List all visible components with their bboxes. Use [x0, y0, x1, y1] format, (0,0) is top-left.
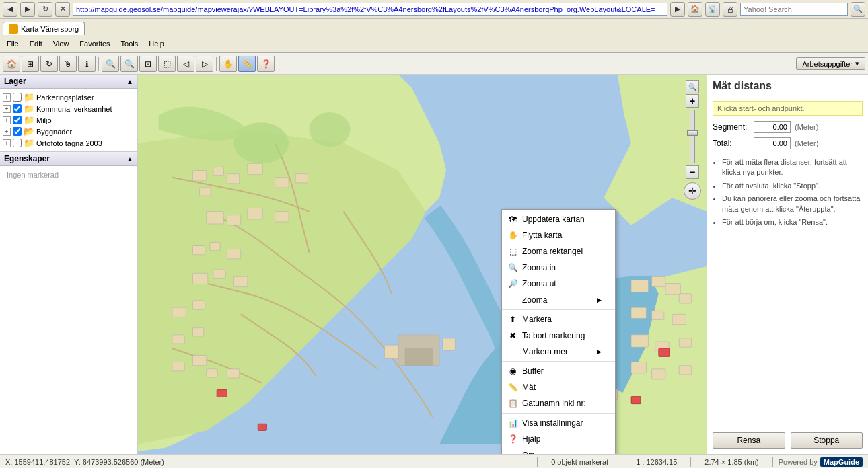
layers-title: Lager	[4, 77, 26, 86]
ctx-markera-mer[interactable]: Markera mer ▶	[502, 344, 615, 360]
left-panel: Lager ▲ + 📁 Parkeringsplatser + 📁	[0, 75, 138, 454]
ctx-mat[interactable]: 📏 Mät	[502, 379, 615, 395]
forward-button[interactable]: ▶	[20, 2, 35, 17]
svg-rect-6	[275, 178, 289, 188]
search-go-button[interactable]: 🔍	[851, 2, 865, 17]
rensa-button[interactable]: Rensa	[713, 432, 785, 448]
list-item: + 📁 Parkeringsplatser	[3, 91, 135, 103]
print-button[interactable]: 🖨	[723, 2, 737, 17]
favicon	[9, 24, 18, 34]
properties-header[interactable]: Egenskaper ▲	[0, 152, 137, 166]
ctx-zooma-in[interactable]: 🔍 Zooma in	[502, 260, 615, 276]
context-menu[interactable]: 🗺 Uppdatera kartan ✋ Flytta karta ⬚ Zoom…	[501, 209, 616, 454]
properties-collapse-icon[interactable]: ▲	[126, 155, 133, 163]
layer-expand-btn[interactable]: +	[3, 128, 11, 136]
arbetsuppgifter-button[interactable]: Arbetsuppgifter ▾	[796, 57, 865, 70]
pan-control-button[interactable]: ✛	[684, 182, 701, 200]
ctx-ta-bort[interactable]: ✖ Ta bort markering	[502, 327, 615, 344]
layer-checkbox-parkeringsplatser[interactable]	[13, 93, 22, 102]
layer-label: Ortofoto tagna 2003	[36, 139, 102, 147]
properties-content: Ingen markerad	[0, 166, 137, 184]
zoom-in-button[interactable]: +	[686, 94, 699, 108]
svg-rect-39	[679, 338, 691, 347]
ctx-uppdatera-kartan[interactable]: 🗺 Uppdatera kartan	[502, 211, 615, 227]
ctx-separator-3	[502, 413, 615, 414]
feeds-button[interactable]: 📡	[705, 2, 720, 17]
menu-view[interactable]: View	[49, 38, 73, 49]
layer-expand-btn[interactable]: +	[3, 93, 11, 102]
browser-tab[interactable]: Karta Vänersborg	[3, 22, 85, 35]
go-button[interactable]: ▶	[670, 2, 685, 17]
search-bar[interactable]	[740, 3, 848, 16]
zoom-extent-tool[interactable]: ⊡	[139, 56, 157, 72]
info-button[interactable]: ℹ	[78, 56, 96, 72]
instruction-1: För att mäta flera distanser, fortsätt a…	[722, 157, 863, 178]
total-label: Total:	[713, 139, 750, 148]
list-item: + 📁 Kommunal verksamhet	[3, 103, 135, 114]
stoppa-button[interactable]: Stoppa	[791, 432, 863, 448]
ctx-buffer[interactable]: ◉ Buffer	[502, 363, 615, 379]
svg-rect-4	[248, 163, 262, 174]
svg-rect-11	[275, 212, 289, 222]
layer-checkbox-byggnader[interactable]	[13, 127, 22, 136]
ctx-flytta-karta[interactable]: ✋ Flytta karta	[502, 227, 615, 243]
layer-checkbox-kommunal[interactable]	[13, 104, 22, 113]
pan-tool[interactable]: ✋	[219, 56, 237, 72]
total-value: 0.00	[754, 137, 791, 149]
zoom-next-tool[interactable]: ▷	[196, 56, 213, 72]
menu-favorites[interactable]: Favorites	[75, 38, 114, 49]
help-tool[interactable]: ❓	[257, 56, 275, 72]
zoom-out-button[interactable]: −	[686, 165, 699, 179]
measure-tool[interactable]: 📏	[238, 56, 256, 72]
svg-rect-33	[679, 294, 691, 303]
menu-file[interactable]: File	[3, 38, 23, 49]
ctx-markera[interactable]: ⬆ Markera	[502, 311, 615, 327]
instructions-list: För att mäta flera distanser, fortsätt a…	[713, 157, 863, 227]
select-button[interactable]: 🖱	[59, 56, 77, 72]
menu-help[interactable]: Help	[145, 38, 168, 49]
zoom-in-tool[interactable]: 🔍	[102, 56, 119, 72]
measure-panel-title: Mät distans	[713, 80, 863, 95]
menu-tools[interactable]: Tools	[117, 38, 143, 49]
back-button[interactable]: ◀	[3, 2, 17, 17]
layers-collapse-icon[interactable]: ▲	[126, 78, 133, 85]
map-area[interactable]: 🗺 Uppdatera kartan ✋ Flytta karta ⬚ Zoom…	[138, 75, 707, 454]
ctx-flytta-icon: ✋	[507, 230, 518, 241]
ctx-mat-icon: 📏	[507, 382, 518, 393]
zoom-rect-tool[interactable]: ⬚	[158, 56, 176, 72]
zoom-prev-tool[interactable]: ◁	[177, 56, 194, 72]
home-button[interactable]: 🏠	[688, 2, 702, 17]
ctx-zooma-sub[interactable]: Zooma ▶	[502, 292, 615, 308]
zoom-slider-thumb[interactable]	[687, 130, 698, 136]
home-tool-button[interactable]: 🏠	[3, 56, 20, 72]
mapguide-badge[interactable]: MapGuide	[820, 457, 863, 467]
menu-edit[interactable]: Edit	[26, 38, 46, 49]
ctx-om-icon	[507, 450, 518, 454]
zoom-out-tool[interactable]: 🔍	[120, 56, 138, 72]
layer-label: Byggnader	[36, 128, 72, 136]
layer-checkbox-miljo[interactable]	[13, 116, 22, 124]
tab-bar: Karta Vänersborg	[0, 19, 868, 35]
ctx-om[interactable]: Om	[502, 447, 615, 454]
ctx-visa-installningar[interactable]: 📊 Visa inställningar	[502, 415, 615, 431]
ctx-mat-label: Mät	[522, 383, 536, 392]
ctx-zooma-ut[interactable]: 🔎 Zooma ut	[502, 276, 615, 292]
refresh-button[interactable]: ↻	[38, 2, 52, 17]
layer-checkbox-ortofoto[interactable]	[13, 139, 22, 147]
ctx-gatunamn[interactable]: 📋 Gatunamn inkl nr:	[502, 395, 615, 412]
measure-instructions: För att mäta flera distanser, fortsätt a…	[713, 157, 863, 230]
overview-tool-button[interactable]: ⊞	[22, 56, 39, 72]
ctx-buffer-icon: ◉	[507, 366, 518, 377]
refresh-map-button[interactable]: ↻	[40, 56, 58, 72]
ctx-zooma-rektangel[interactable]: ⬚ Zooma rektangel	[502, 243, 615, 260]
app-container: 🏠 ⊞ ↻ 🖱 ℹ 🔍 🔍 ⊡ ⬚ ◁ ▷ ✋ 📏 ❓ Arbetsuppgif…	[0, 53, 868, 468]
stop-button[interactable]: ✕	[55, 2, 70, 17]
browser-chrome: ◀ ▶ ↻ ✕ ▶ 🏠 📡 🖨 🔍 Karta Vänersborg File …	[0, 0, 868, 53]
ctx-hjalp[interactable]: ❓ Hjälp	[502, 431, 615, 447]
layer-expand-btn[interactable]: +	[3, 139, 11, 147]
ctx-hjalp-icon: ❓	[507, 434, 518, 444]
address-bar[interactable]	[73, 3, 667, 16]
layers-header[interactable]: Lager ▲	[0, 75, 137, 89]
layer-expand-btn[interactable]: +	[3, 116, 11, 124]
layer-expand-btn[interactable]: +	[3, 105, 11, 113]
